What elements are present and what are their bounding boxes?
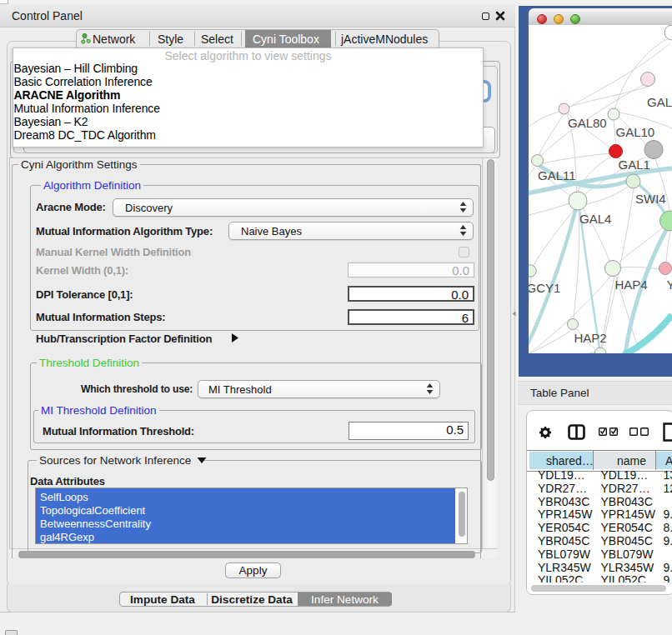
svg-text:GAL1: GAL1 — [619, 158, 650, 172]
svg-text:HAP4: HAP4 — [615, 278, 648, 292]
svg-text:YDR: YDR — [667, 278, 672, 292]
svg-text:GAL2: GAL2 — [647, 95, 672, 109]
svg-text:HAP2: HAP2 — [574, 331, 607, 345]
svg-text:GCY1: GCY1 — [529, 281, 560, 295]
svg-text:SWI4: SWI4 — [635, 192, 666, 206]
svg-text:GAL4: GAL4 — [579, 212, 611, 226]
svg-text:GAL10: GAL10 — [616, 125, 655, 139]
svg-text:GAL11: GAL11 — [538, 168, 576, 182]
svg-text:GAL80: GAL80 — [568, 116, 607, 130]
